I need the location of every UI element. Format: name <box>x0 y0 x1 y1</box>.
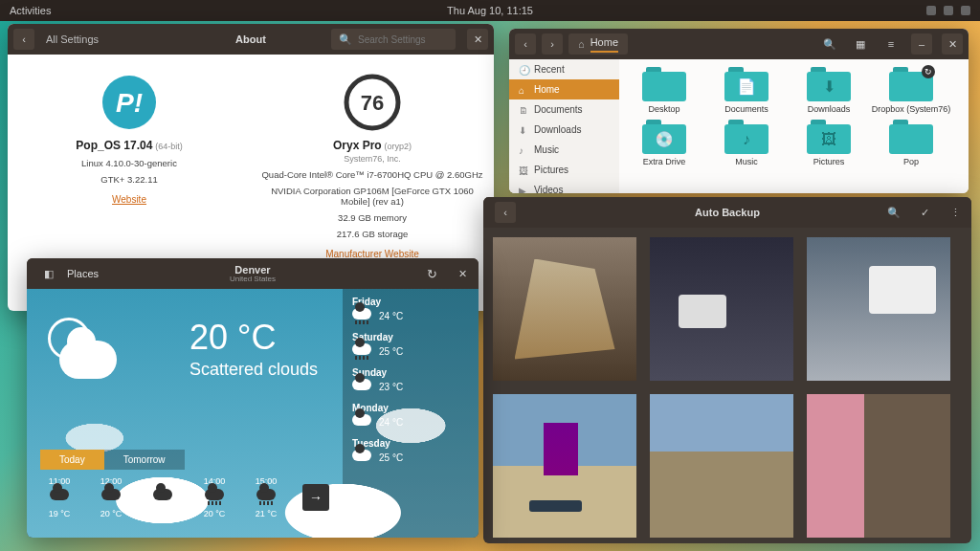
folder-item[interactable]: 🖼Pictures <box>788 120 870 166</box>
doc-icon: 🗎 <box>519 105 528 115</box>
nav-back-button[interactable]: ‹ <box>515 33 536 55</box>
os-arch: (64-bit) <box>155 142 183 151</box>
gpu-info: NVIDIA Corporation GP106M [GeForce GTX 1… <box>260 186 484 207</box>
network-icon[interactable] <box>926 6 936 15</box>
search-icon: 🔍 <box>339 33 352 46</box>
hour-temp: 21 °C <box>247 509 285 518</box>
folder-label: Dropbox (System76) <box>870 104 952 114</box>
pop-os-logo: P! <box>100 74 158 131</box>
sidebar-item-pictures[interactable]: 🖼Pictures <box>509 160 619 180</box>
back-button[interactable]: ‹ <box>13 29 34 50</box>
photo-grid[interactable] <box>483 228 971 543</box>
folder-item[interactable]: 💿Extra Drive <box>623 120 705 166</box>
back-button[interactable]: ‹ <box>495 202 516 223</box>
refresh-button[interactable]: ↻ <box>421 263 442 284</box>
places-button[interactable]: ◧ <box>38 263 59 284</box>
search-input[interactable] <box>358 34 448 45</box>
folder-grid[interactable]: Desktop📄Documents⬇Downloads↻Dropbox (Sys… <box>619 59 969 193</box>
hour-temp: 19 °C <box>40 509 78 518</box>
search-button[interactable]: 🔍 <box>819 33 840 55</box>
settings-titlebar[interactable]: ‹ All Settings About 🔍 ✕ <box>8 24 494 55</box>
tab-tomorrow[interactable]: Tomorrow <box>104 450 185 470</box>
home-icon: ⌂ <box>519 85 528 95</box>
folder-icon: 📄 <box>724 67 768 101</box>
folder-label: Pictures <box>788 157 870 166</box>
kernel-version: Linux 4.10.0-30-generic <box>81 158 177 168</box>
system-tray[interactable] <box>926 6 970 15</box>
folder-icon <box>642 67 686 101</box>
next-hours-button[interactable]: → <box>302 484 329 511</box>
sidebar-item-label: Home <box>534 84 560 95</box>
top-panel: Activities Thu Aug 10, 11:15 <box>0 0 980 21</box>
folder-icon: 💿 <box>642 120 686 154</box>
sidebar-item-downloads[interactable]: ⬇Downloads <box>509 120 619 140</box>
menu-button[interactable]: ⋮ <box>945 202 966 223</box>
close-button[interactable]: ✕ <box>942 33 963 55</box>
tab-today[interactable]: Today <box>40 450 104 470</box>
current-temperature: 20 °C <box>189 318 276 358</box>
sidebar-item-home[interactable]: ⌂Home <box>509 79 619 99</box>
hour-weather-icon <box>100 489 122 506</box>
close-button[interactable]: ✕ <box>452 263 473 284</box>
path-current[interactable]: Home <box>590 36 618 53</box>
cpu-info: Quad-Core Intel® Core™ i7-6700HQ CPU @ 2… <box>261 169 482 180</box>
folder-item[interactable]: Desktop <box>623 67 705 114</box>
files-titlebar[interactable]: ‹ › ⌂ Home 🔍 ▦ ≡ – ✕ <box>509 29 969 59</box>
photo-thumbnail[interactable] <box>493 394 636 538</box>
hour-temp: 20 °C <box>92 509 130 518</box>
path-bar[interactable]: ⌂ Home <box>568 33 628 55</box>
activities-button[interactable]: Activities <box>10 5 51 16</box>
clock-icon: 🕘 <box>519 65 528 75</box>
down-icon: ⬇ <box>519 125 528 135</box>
hw-model: (oryp2) <box>384 142 412 151</box>
hourly-item: 12:0020 °C <box>92 476 130 518</box>
files-window: ‹ › ⌂ Home 🔍 ▦ ≡ – ✕ 🕘Recent⌂Home🗎Docume… <box>509 29 969 193</box>
photo-thumbnail[interactable] <box>807 394 950 538</box>
volume-icon[interactable] <box>944 6 953 15</box>
folder-item[interactable]: 📄Documents <box>705 67 788 114</box>
hw-name: Oryx Pro <box>333 139 382 152</box>
hourly-item: 14:0020 °C <box>195 476 234 518</box>
clock[interactable]: Thu Aug 10, 11:15 <box>447 5 533 16</box>
folder-label: Music <box>705 157 788 166</box>
nav-forward-button[interactable]: › <box>542 33 563 55</box>
os-website-link[interactable]: Website <box>112 194 146 205</box>
weather-main-panel: 20 °C Scattered clouds Today Tomorrow 11… <box>27 289 343 538</box>
search-button[interactable]: 🔍 <box>883 202 904 223</box>
hourly-item: 13:0022 °C <box>144 476 182 518</box>
sidebar-item-documents[interactable]: 🗎Documents <box>509 99 619 120</box>
home-icon: ⌂ <box>578 38 585 50</box>
hour-temp: 22 °C <box>144 509 182 518</box>
photo-thumbnail[interactable] <box>807 237 950 381</box>
sidebar-item-videos[interactable]: ▶Videos <box>509 180 619 193</box>
folder-item[interactable]: Pop <box>870 120 952 166</box>
photo-thumbnail[interactable] <box>493 237 636 381</box>
svg-text:76: 76 <box>361 91 384 115</box>
folder-item[interactable]: ↻Dropbox (System76) <box>870 67 952 114</box>
sidebar-item-recent[interactable]: 🕘Recent <box>509 59 619 79</box>
sidebar-item-label: Pictures <box>534 165 568 175</box>
window-title: About <box>235 33 266 45</box>
svg-text:P!: P! <box>116 88 143 118</box>
vid-icon: ▶ <box>519 186 528 194</box>
menu-button[interactable]: ≡ <box>880 33 902 55</box>
all-settings-label[interactable]: All Settings <box>46 33 99 45</box>
photo-thumbnail[interactable] <box>650 237 793 381</box>
hour-weather-icon <box>49 489 70 506</box>
settings-search[interactable]: 🔍 <box>331 29 456 50</box>
photo-thumbnail[interactable] <box>650 394 793 538</box>
folder-item[interactable]: ⬇Downloads <box>788 67 870 114</box>
places-label[interactable]: Places <box>67 268 99 279</box>
sidebar-item-music[interactable]: ♪Music <box>509 140 619 160</box>
select-button[interactable]: ✓ <box>914 202 935 223</box>
weather-titlebar[interactable]: ◧ Places Denver United States ↻ ✕ <box>27 258 479 289</box>
folder-item[interactable]: ♪Music <box>705 120 788 166</box>
files-sidebar: 🕘Recent⌂Home🗎Documents⬇Downloads♪Music🖼P… <box>509 59 619 193</box>
power-icon[interactable] <box>961 6 970 15</box>
view-toggle-button[interactable]: ▦ <box>850 33 871 55</box>
photos-titlebar[interactable]: ‹ Auto Backup 🔍 ✓ ⋮ <box>483 197 971 228</box>
close-button[interactable]: ✕ <box>467 29 488 50</box>
sidebar-item-label: Videos <box>534 185 563 193</box>
folder-icon: 🖼 <box>807 120 851 154</box>
minimize-button[interactable]: – <box>911 33 932 55</box>
